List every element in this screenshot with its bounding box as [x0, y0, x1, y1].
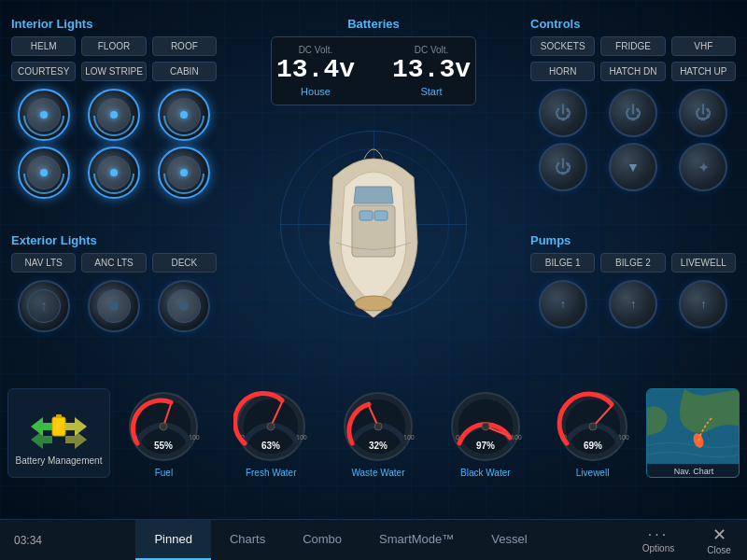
- power-icon-sockets: ⏻: [555, 104, 571, 123]
- waste-water-gauge-svg: 0 100 32%: [341, 389, 416, 464]
- svg-text:Nav. Chart: Nav. Chart: [674, 467, 714, 476]
- fuel-gauge-container: 0 100 55% Fuel: [110, 389, 218, 478]
- tab-pinned[interactable]: Pinned: [135, 520, 210, 561]
- cabin-knob[interactable]: [158, 147, 210, 199]
- controls-knobs: ⏻ ⏻ ⏻ ⏻ ▼ ✦: [530, 89, 736, 191]
- nav-time: 03:34: [0, 534, 56, 547]
- floor-button[interactable]: FLOOR: [81, 36, 146, 56]
- svg-point-19: [267, 423, 275, 430]
- sockets-power-btn[interactable]: ⏻: [539, 89, 587, 137]
- start-battery: DC Volt. 13.3v Start: [392, 45, 471, 97]
- close-button[interactable]: ✕ Close: [691, 525, 747, 555]
- svg-text:63%: 63%: [261, 441, 280, 451]
- exterior-knobs: ↑: [11, 280, 217, 332]
- floor-knob[interactable]: [88, 89, 140, 141]
- battery-mgmt-icon: ⚡: [26, 400, 92, 452]
- controls-section: Controls SOCKETS FRIDGE VHF HORN HATCH D…: [530, 17, 736, 191]
- svg-text:69%: 69%: [584, 441, 602, 451]
- livewell-label: Livewell: [576, 468, 610, 478]
- house-battery-label: House: [276, 86, 355, 97]
- tab-combo[interactable]: Combo: [284, 520, 360, 561]
- black-water-label: Black Water: [460, 468, 511, 478]
- nav-chart-svg: Nav. Chart: [647, 389, 740, 478]
- anc-lts-knob[interactable]: [88, 280, 140, 332]
- fridge-button[interactable]: FRIDGE: [600, 36, 665, 56]
- horn-power-btn[interactable]: ⏻: [539, 143, 587, 191]
- courtesy-button[interactable]: COURTESY: [11, 62, 76, 81]
- waste-water-gauge[interactable]: 0 100 32%: [341, 389, 416, 464]
- fresh-water-gauge[interactable]: 0 100 63%: [233, 389, 308, 464]
- fuel-label: Fuel: [155, 468, 173, 478]
- roof-button[interactable]: ROOF: [152, 36, 217, 56]
- options-label: Options: [642, 543, 674, 553]
- low-stripe-knob[interactable]: [88, 147, 140, 199]
- nav-lts-knob[interactable]: ↑: [18, 280, 70, 332]
- pumps-title: Pumps: [530, 233, 736, 247]
- interior-knobs: [11, 89, 217, 199]
- fridge-power-btn[interactable]: ⏻: [609, 89, 657, 137]
- black-water-gauge-svg: 0 100 97%: [448, 389, 523, 464]
- fresh-water-gauge-container: 0 100 63% Fresh Water: [218, 389, 325, 478]
- tab-smartmode[interactable]: SmartMode™: [360, 520, 472, 561]
- livewell-gauge[interactable]: 0 100 69%: [556, 389, 630, 464]
- horn-button[interactable]: HORN: [530, 62, 595, 81]
- livewell-gauge-container: 0 100 69% Livewell: [539, 389, 646, 478]
- boat-area: [271, 112, 476, 336]
- livewell-button[interactable]: LIVEWELL: [671, 253, 736, 273]
- power-icon-vhf: ⏻: [695, 104, 712, 123]
- power-icon-fridge: ⏻: [625, 104, 641, 123]
- batteries-title: Batteries: [271, 17, 476, 31]
- fresh-water-gauge-svg: 0 100 63%: [233, 389, 308, 464]
- deck-button[interactable]: DECK: [152, 253, 217, 273]
- bilge2-button[interactable]: BILGE 2: [600, 253, 665, 273]
- deck-knob[interactable]: [158, 280, 210, 332]
- fuel-gauge[interactable]: 0 100 55%: [126, 389, 201, 464]
- helm-button[interactable]: HELM: [11, 36, 76, 56]
- close-icon: ✕: [712, 525, 726, 545]
- hatch-up-button[interactable]: HATCH UP: [671, 62, 736, 81]
- pumps-buttons: BILGE 1 BILGE 2 LIVEWELL: [530, 253, 736, 273]
- livewell-gauge-svg: 0 100 69%: [556, 389, 630, 464]
- cabin-button[interactable]: CABIN: [152, 62, 217, 81]
- dc-label-2: DC Volt.: [392, 45, 471, 55]
- waste-water-label: Waste Water: [351, 468, 404, 478]
- nav-chart-thumbnail[interactable]: Nav. Chart: [646, 388, 740, 478]
- nav-lts-button[interactable]: NAV LTS: [11, 253, 76, 273]
- courtesy-knob[interactable]: [18, 147, 70, 199]
- exterior-lights-buttons: NAV LTS ANC LTS DECK: [11, 253, 217, 273]
- nav-tabs: Pinned Charts Combo SmartMode™ Vessel: [56, 520, 626, 561]
- start-battery-label: Start: [392, 86, 471, 97]
- house-battery: DC Volt. 13.4v House: [276, 45, 355, 97]
- livewell-knob[interactable]: ↑: [679, 280, 727, 329]
- power-icon-horn: ⏻: [555, 158, 571, 177]
- pumps-section: Pumps BILGE 1 BILGE 2 LIVEWELL ↑ ↑ ↑: [530, 233, 736, 329]
- black-water-gauge-container: 0 100 97% Black Water: [431, 389, 539, 478]
- exterior-lights-title: Exterior Lights: [11, 233, 217, 247]
- bilge1-knob[interactable]: ↑: [539, 280, 587, 329]
- svg-text:97%: 97%: [476, 441, 495, 451]
- svg-point-33: [482, 423, 489, 430]
- battery-management-card[interactable]: ⚡ Battery Management: [7, 388, 110, 478]
- helm-knob[interactable]: [18, 89, 70, 141]
- sockets-button[interactable]: SOCKETS: [530, 36, 595, 56]
- bilge2-knob[interactable]: ↑: [609, 280, 657, 329]
- interior-lights-title: Interior Lights: [11, 17, 217, 31]
- controls-title: Controls: [530, 17, 736, 31]
- battery-display: DC Volt. 13.4v House DC Volt. 13.3v Star…: [271, 36, 476, 105]
- bilge1-button[interactable]: BILGE 1: [530, 253, 595, 273]
- low-stripe-button[interactable]: LOW STRIPE: [81, 62, 146, 81]
- pumps-knobs: ↑ ↑ ↑: [530, 280, 736, 329]
- anc-lts-button[interactable]: ANC LTS: [81, 253, 146, 273]
- vhf-power-btn[interactable]: ⏻: [679, 89, 727, 137]
- hatch-dn-power-btn[interactable]: ▼: [609, 143, 657, 191]
- start-battery-value: 13.3v: [392, 55, 471, 84]
- tab-charts[interactable]: Charts: [211, 520, 284, 561]
- vhf-button[interactable]: VHF: [671, 36, 736, 56]
- roof-knob[interactable]: [158, 89, 210, 141]
- black-water-gauge[interactable]: 0 100 97%: [448, 389, 523, 464]
- options-button[interactable]: ··· Options: [626, 526, 691, 553]
- tab-vessel[interactable]: Vessel: [472, 520, 545, 561]
- hatch-dn-button[interactable]: HATCH DN: [600, 62, 665, 81]
- fresh-water-label: Fresh Water: [246, 468, 297, 478]
- hatch-up-power-btn[interactable]: ✦: [679, 143, 727, 191]
